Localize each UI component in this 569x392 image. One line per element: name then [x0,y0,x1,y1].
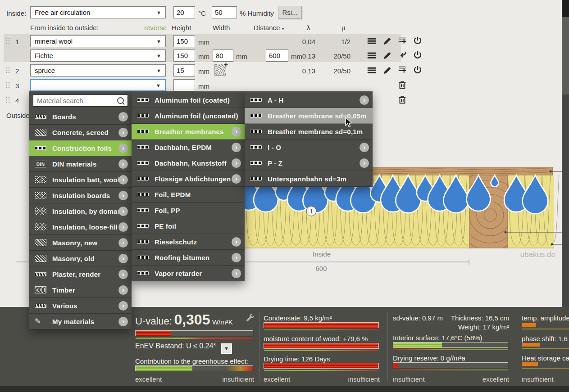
menu-item-dachbahn-kunststoff[interactable]: Dachbahn, Kunststoff› [132,155,245,171]
layer1b-height-input[interactable] [173,50,195,62]
layer1b-material-value: Fichte [35,52,53,59]
layer1-edit-icon[interactable] [382,36,392,46]
menu-item-label: Unterspannbahn sd=3m [268,175,369,183]
layer1b-edit-icon[interactable] [382,50,392,60]
inside-temp-input[interactable] [173,6,195,18]
uvalue-panel: U-value: 0,305 W/m²K EnEV Bestand: U ≤ 0… [135,311,254,388]
heat-storage-label: Heat storage cap [522,354,569,362]
drag-handle[interactable] [6,67,10,74]
layer4-delete-icon[interactable] [397,95,407,105]
enev-dropdown-button[interactable]: ▼ [221,343,232,354]
layer3-material-select[interactable]: ▼ [30,79,166,91]
layer1b-undo-icon[interactable] [398,50,408,60]
drag-handle[interactable] [6,82,10,89]
drag-handle[interactable] [6,97,10,104]
menu-item-insulation-by-domain[interactable]: Insulation, by domain› [29,203,132,219]
layer2-split-add-icon[interactable] [398,65,408,75]
menu-item-i-o[interactable]: I - O› [245,140,373,155]
menu-item-label: DIN materials [52,160,118,168]
layer1-material-select[interactable]: mineral wool ▼ [30,35,166,47]
foil-icon [250,177,262,180]
layer1-height-input[interactable] [173,35,195,47]
menu-item-timber[interactable]: Timber› [29,282,132,298]
outside-label: Outside: [6,112,32,119]
layer3-height-input[interactable] [173,79,195,91]
drag-handle[interactable] [6,38,10,45]
row-number: 4 [15,97,19,104]
sort-arrow-icon: ▾ [282,26,284,31]
menu-item-p-z[interactable]: P - Z› [245,155,373,171]
layer2-material-select[interactable]: spruce ▼ [30,64,166,77]
layer1-menu-icon[interactable] [367,36,377,46]
menu-item-din-materials[interactable]: DINDIN materials› [29,156,132,172]
menu-item-aluminum-foil-uncoated[interactable]: Aluminum foil (uncoated) [132,108,245,124]
layer2-edit-icon[interactable] [382,65,392,75]
menu-item-breather-membranes[interactable]: Breather membranes› [132,124,245,140]
menu-item-foil-epdm[interactable]: Foil, EPDM [132,187,245,203]
rsi-button[interactable]: Rsi... [278,6,302,19]
menu-item-insulation-loose-fill[interactable]: Insulation, loose-fill› [29,219,132,235]
menu-item-label: Breather membrane sd=0,05m [268,112,369,120]
add-wood-stud-icon[interactable]: + [214,64,226,76]
layer2-toggle-icon[interactable] [413,65,423,75]
inside-select[interactable]: Free air circulation ▼ [30,6,166,18]
distance-column-header[interactable]: Distance ▾ [254,24,284,32]
scrollbar-thumb[interactable] [562,17,569,95]
menu-item-various[interactable]: Various› [29,298,132,314]
greenhouse-bar [135,365,253,371]
layer2-height-input[interactable] [173,64,195,77]
chevron-right-icon: › [118,222,128,232]
scale-insufficient: insufficient [522,375,554,383]
material-search-input[interactable] [36,96,117,105]
layer1-split-add-icon[interactable] [398,36,408,45]
menu-item-fl-ssige-abdichtungen[interactable]: Flüssige Abdichtungen› [132,171,245,187]
menu-item-insulation-batt-wool[interactable]: Insulation batt, wool› [29,172,132,188]
menu-item-aluminum-foil-coated[interactable]: Aluminum foil (coated) [132,92,245,108]
chevron-right-icon: › [360,143,369,152]
menu-item-boards[interactable]: Boards› [29,109,132,125]
menu-item-pe-foil[interactable]: PE foil [132,218,245,234]
dropdown-arrow-icon: ▼ [156,83,161,88]
menu-item-label: Concrete, screed [52,129,118,136]
menu-item-plaster-render[interactable]: Plaster, render› [29,266,132,282]
menu-item-breather-membrane-sd-0-05m[interactable]: Breather membrane sd=0,05m [245,108,373,124]
menu-item-label: Breather membranes [155,128,232,135]
drying-time-label: Drying time: 126 Days [264,355,330,363]
menu-item-unterspannbahn-sd-3m[interactable]: Unterspannbahn sd=3m [245,171,373,187]
menu-item-construction-foils[interactable]: Construction foils› [29,140,132,156]
menu-item-masonry-new[interactable]: Masonry, new› [29,235,132,251]
scrollbar-track[interactable] [562,0,569,307]
wrench-icon[interactable] [245,313,255,323]
layer1b-distance-input[interactable] [266,50,288,62]
menu-item-label: Aluminum foil (coated) [155,96,241,104]
layer1b-toggle-icon[interactable] [413,50,423,60]
layer1-toggle-icon[interactable] [413,36,423,45]
menu-item-foil-pp[interactable]: Foil, PP [132,203,245,218]
reverse-link[interactable]: reverse [144,24,167,32]
scale-insufficient: insufficient [222,375,254,383]
humidity-input[interactable] [212,6,237,18]
menu-item-breather-membrane-sd-0-1m[interactable]: Breather membrane sd=0,1m [245,124,373,140]
foil-icon [137,208,149,212]
menu-item-label: Foil, PP [155,207,241,214]
layer1b-material-select[interactable]: Fichte ▼ [30,50,166,62]
material-search-box[interactable] [33,95,128,107]
menu-item-concrete-screed[interactable]: Concrete, screed› [29,125,132,140]
menu-item-dachbahn-epdm[interactable]: Dachbahn, EPDM› [132,140,245,155]
menu-item-label: Insulation boards [52,192,118,199]
menu-item-label: Insulation, by domain [52,207,118,215]
menu-item-a-h[interactable]: A - H› [245,92,373,108]
layer1b-width-input[interactable] [213,50,233,62]
menu-item-vapor-retarder[interactable]: Vapor retarder› [132,266,245,281]
menu-item-roofing-bitumen[interactable]: Roofing bitumen› [132,250,245,266]
menu-item-my-materials[interactable]: ✎My materials› [29,314,132,329]
layer2-mu: 20/50 [328,67,351,75]
menu-item-masonry-old[interactable]: Masonry, old› [29,251,132,266]
layer2-menu-icon[interactable] [367,65,377,75]
results-separator [259,312,259,381]
menu-item-rieselschutz[interactable]: Rieselschutz› [132,234,245,250]
menu-item-insulation-boards[interactable]: Insulation boards› [29,188,132,203]
layer1b-menu-icon[interactable] [367,50,377,60]
chevron-right-icon: › [118,112,128,122]
layer3-delete-icon[interactable] [397,80,407,90]
